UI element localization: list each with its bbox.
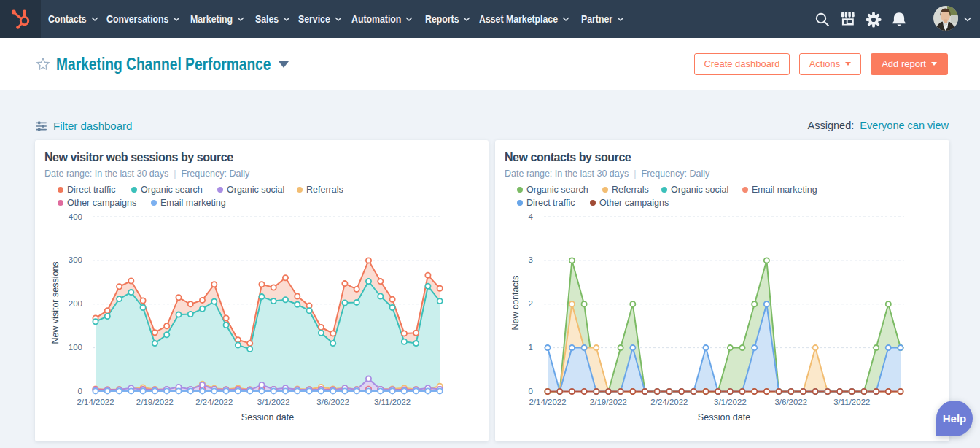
svg-text:2/24/2022: 2/24/2022 [650, 398, 688, 406]
svg-text:3/6/2022: 3/6/2022 [316, 398, 349, 406]
svg-text:4: 4 [529, 212, 534, 221]
svg-text:2/19/2022: 2/19/2022 [136, 398, 174, 406]
svg-text:2: 2 [529, 299, 533, 308]
svg-text:2/14/2022: 2/14/2022 [77, 398, 114, 406]
svg-text:2/14/2022: 2/14/2022 [529, 398, 566, 406]
svg-text:2/24/2022: 2/24/2022 [195, 398, 233, 406]
svg-text:100: 100 [69, 343, 82, 352]
svg-text:400: 400 [69, 212, 82, 221]
svg-text:Session date: Session date [698, 412, 750, 422]
svg-text:0: 0 [78, 387, 82, 395]
svg-text:Session date: Session date [241, 412, 294, 422]
svg-text:New contacts: New contacts [510, 275, 521, 330]
svg-text:3/1/2022: 3/1/2022 [257, 398, 290, 406]
svg-text:3/1/2022: 3/1/2022 [714, 398, 747, 406]
svg-text:200: 200 [69, 299, 82, 308]
svg-text:0: 0 [529, 387, 533, 395]
svg-text:1: 1 [529, 343, 533, 352]
svg-text:300: 300 [69, 255, 82, 264]
svg-text:3/11/2022: 3/11/2022 [833, 398, 870, 406]
svg-text:3/6/2022: 3/6/2022 [774, 398, 807, 406]
svg-text:2/19/2022: 2/19/2022 [590, 398, 627, 406]
svg-text:3: 3 [529, 255, 533, 264]
svg-text:3/11/2022: 3/11/2022 [374, 398, 411, 406]
svg-text:New visitor sessions: New visitor sessions [50, 261, 61, 344]
